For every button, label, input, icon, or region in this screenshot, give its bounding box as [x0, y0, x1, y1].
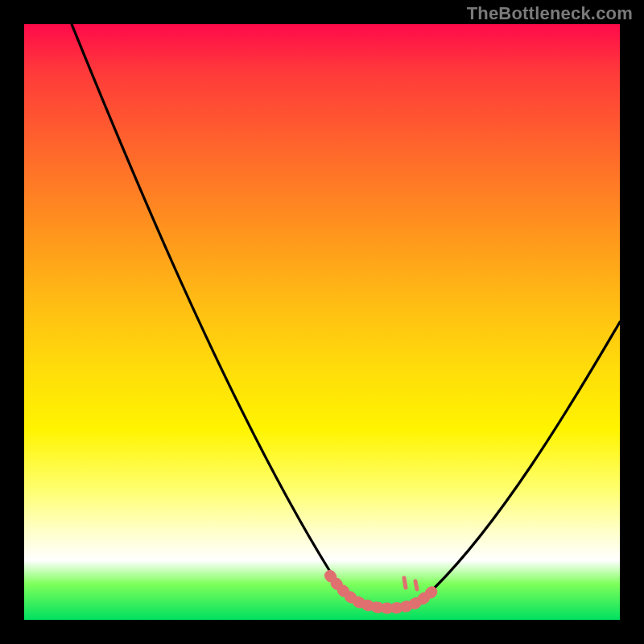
chart-frame: TheBottleneck.com [0, 0, 644, 644]
main-curve-path [72, 24, 620, 609]
trough-highlight-path [330, 576, 437, 609]
trough-tick-2 [415, 581, 417, 589]
watermark-text: TheBottleneck.com [467, 3, 633, 24]
curve-svg [24, 24, 620, 620]
trough-tick-1 [404, 578, 406, 588]
plot-area [24, 24, 620, 620]
